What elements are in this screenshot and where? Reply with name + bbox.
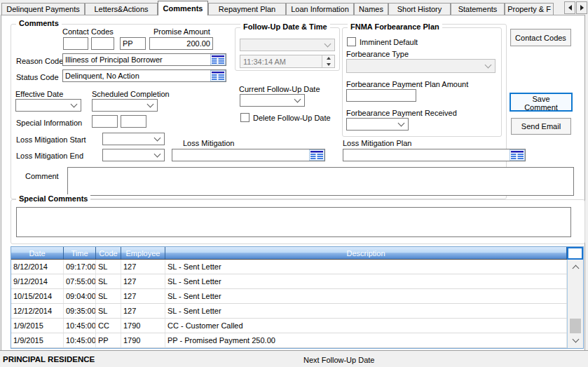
grid-header: DateTimeCodeEmployeeDescription: [11, 247, 567, 260]
contact-code-1-input[interactable]: [63, 37, 88, 50]
followup-time-spinner[interactable]: 11:34:14 AM: [240, 55, 335, 68]
promise-amount-label: Promise Amount: [153, 27, 210, 36]
scroll-up-button[interactable]: [568, 260, 583, 271]
table-row[interactable]: 9/12/201407:55:00SL127SL - Sent Letter: [11, 274, 567, 289]
special-comments-textarea[interactable]: [16, 207, 571, 237]
cell-employee: 127: [121, 260, 165, 274]
loss-mitigation-lookup-icon[interactable]: [309, 149, 324, 161]
loss-mitigation-field: [172, 149, 325, 161]
tab-delinquent-payments[interactable]: Delinquent Payments: [1, 3, 85, 15]
current-followup-date-label: Current Follow-Up Date: [239, 85, 320, 94]
loss-mitigation-end-combo[interactable]: [102, 149, 165, 161]
tab-names[interactable]: Names: [354, 3, 388, 15]
loss-mitigation-plan-lookup-icon[interactable]: [510, 149, 525, 161]
chevron-down-icon: [294, 96, 301, 103]
contact-codes-label: Contact Codes: [62, 27, 114, 36]
cell-date: 10/15/2014: [11, 289, 64, 303]
status-code-field: [62, 69, 226, 82]
contact-codes-button[interactable]: Contact Codes: [510, 29, 571, 46]
table-row[interactable]: 1/9/201510:45:00PP1790PP - Promised Paym…: [11, 333, 567, 348]
cell-description: SL - Sent Letter: [165, 274, 567, 288]
column-header-time[interactable]: Time: [64, 247, 96, 259]
table-row[interactable]: 8/12/201409:17:00SL127SL - Sent Letter: [11, 260, 567, 274]
tab-comments[interactable]: Comments: [158, 1, 208, 15]
tab-scroll-right-button[interactable]: [576, 1, 587, 14]
scroll-down-button[interactable]: [568, 337, 583, 347]
cell-date: 9/12/2014: [11, 274, 64, 288]
scheduled-completion-combo[interactable]: [92, 99, 158, 112]
current-followup-date-combo[interactable]: [240, 94, 305, 107]
status-code-lookup-icon[interactable]: [210, 70, 226, 81]
cell-employee: 127: [121, 289, 165, 303]
cell-date: 1/9/2015: [11, 333, 64, 347]
left-arrow-icon: [568, 5, 572, 11]
cell-time: 07:55:00: [64, 274, 96, 288]
spin-up-icon[interactable]: [322, 55, 334, 62]
tab-short-history[interactable]: Short History: [388, 3, 451, 15]
scroll-thumb[interactable]: [570, 319, 581, 333]
next-followup-date-label: Next Follow-Up Date: [303, 356, 374, 364]
tab-property-f[interactable]: Property & F: [505, 3, 554, 15]
column-header-date[interactable]: Date: [11, 247, 64, 259]
contact-code-3-input[interactable]: [120, 37, 146, 50]
grid-body: 8/12/201409:17:00SL127SL - Sent Letter9/…: [11, 260, 567, 348]
column-header-description[interactable]: Description: [165, 247, 567, 259]
scroll-down-icon: [572, 336, 579, 343]
imminent-default-checkbox[interactable]: [347, 37, 356, 46]
forbearance-type-combo[interactable]: [346, 59, 495, 73]
scheduled-completion-label: Scheduled Completion: [92, 90, 170, 99]
table-row[interactable]: 10/15/201409:04:00SL127SL - Sent Letter: [11, 289, 567, 304]
spin-down-icon[interactable]: [322, 62, 334, 68]
tab-loan-information[interactable]: Loan Information: [286, 3, 354, 15]
time-spinner-buttons[interactable]: [322, 55, 334, 67]
forbearance-payment-received-combo[interactable]: [346, 118, 409, 131]
history-grid: DateTimeCodeEmployeeDescription 8/12/201…: [11, 246, 584, 349]
loss-mitigation-input[interactable]: [172, 149, 325, 161]
cell-time: 09:17:00: [64, 260, 96, 274]
tab-statements[interactable]: Statements: [451, 3, 505, 15]
special-information-1-input[interactable]: [92, 115, 118, 128]
comments-tab-page: Comments Follow-Up Date & Time FNMA Forb…: [1, 15, 585, 351]
loss-mitigation-start-combo[interactable]: [102, 133, 165, 145]
cell-time: 09:35:00: [64, 304, 96, 318]
reason-code-field: [62, 53, 226, 66]
loss-mitigation-end-label: Loss Mitigation End: [16, 152, 83, 161]
cell-code: CC: [96, 319, 121, 333]
tab-repayment-plan[interactable]: Repayment Plan: [208, 3, 286, 15]
send-email-button[interactable]: Send Email: [511, 118, 571, 135]
reason-code-label: Reason Code: [16, 57, 63, 66]
contact-code-2-input[interactable]: [91, 37, 114, 50]
cell-employee: 127: [121, 304, 165, 318]
forbearance-payment-plan-amount-input[interactable]: [346, 89, 416, 102]
save-comment-button[interactable]: Save Comment: [510, 93, 573, 112]
cell-description: SL - Sent Letter: [165, 304, 567, 318]
delete-followup-checkbox[interactable]: [240, 113, 249, 122]
cell-code: SL: [96, 304, 121, 318]
followup-date-combo[interactable]: [240, 39, 335, 51]
promise-amount-input[interactable]: [149, 37, 213, 50]
cell-description: CC - Customer Called: [165, 319, 567, 333]
special-comments-group-title: Special Comments: [16, 194, 90, 203]
effective-date-label: Effective Date: [15, 90, 63, 99]
property-type-label: PRINCIPAL RESIDENCE: [3, 355, 95, 363]
reason-code-lookup-icon[interactable]: [210, 54, 226, 65]
status-code-input[interactable]: [62, 69, 226, 82]
loss-mitigation-start-label: Loss Mitigation Start: [16, 135, 86, 145]
delete-followup-label: Delete Follow-Up Date: [253, 114, 331, 123]
column-header-employee[interactable]: Employee: [121, 247, 165, 259]
reason-code-input[interactable]: [62, 53, 226, 66]
special-information-2-input[interactable]: [121, 115, 146, 128]
column-header-code[interactable]: Code: [96, 247, 121, 259]
cell-description: SL - Sent Letter: [165, 289, 567, 303]
status-bar: PRINCIPAL RESIDENCE Next Follow-Up Date: [0, 350, 588, 367]
comment-textarea[interactable]: [67, 167, 574, 196]
grid-scrollbar[interactable]: [567, 247, 583, 348]
tab-scroll-left-button[interactable]: [564, 1, 575, 14]
effective-date-combo[interactable]: [15, 99, 81, 112]
scroll-up-icon: [572, 265, 579, 272]
loss-mitigation-plan-input[interactable]: [343, 149, 526, 161]
tab-letters-actions[interactable]: Letters&Actions: [85, 3, 158, 15]
special-information-label: Special Information: [16, 119, 82, 128]
table-row[interactable]: 12/12/201409:35:00SL127SL - Sent Letter: [11, 304, 567, 319]
table-row[interactable]: 1/9/201510:45:00CC1790CC - Customer Call…: [11, 319, 567, 333]
